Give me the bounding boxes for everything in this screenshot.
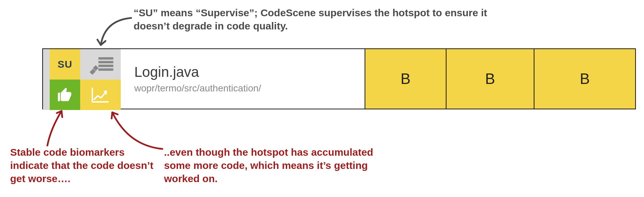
annotation-accumulated: ..even though the hotspot has accumulate… — [164, 146, 384, 185]
arrow-to-thumb-icon — [37, 108, 71, 149]
trending-up-icon — [91, 86, 110, 103]
grade-cell-2: B — [446, 49, 534, 109]
hotspot-row: SU — [42, 48, 636, 109]
file-info[interactable]: Login.java wopr/termo/src/authentication… — [121, 49, 365, 109]
edit-tile[interactable] — [80, 49, 121, 80]
svg-rect-3 — [98, 61, 113, 63]
grade-cell-3: B — [534, 49, 635, 109]
file-path: wopr/termo/src/authentication/ — [134, 83, 351, 94]
trend-chart-tile[interactable] — [80, 80, 121, 110]
svg-rect-2 — [98, 57, 113, 60]
annotation-supervise: “SU” means “Supervise”; CodeScene superv… — [134, 6, 506, 32]
grade-cell-1: B — [365, 49, 446, 109]
annotation-stable: Stable code biomarkers indicate that the… — [10, 146, 159, 185]
svg-rect-4 — [98, 65, 113, 67]
arrow-to-su-icon — [95, 15, 132, 49]
biomarker-tiles: SU — [43, 49, 121, 109]
pencil-edit-icon — [87, 52, 114, 76]
stable-biomarker-tile[interactable] — [50, 80, 80, 110]
supervise-badge[interactable]: SU — [50, 49, 80, 80]
file-name: Login.java — [134, 64, 351, 80]
thumbs-up-icon — [56, 86, 73, 103]
svg-rect-5 — [98, 68, 113, 71]
tile-gutter — [43, 49, 50, 110]
